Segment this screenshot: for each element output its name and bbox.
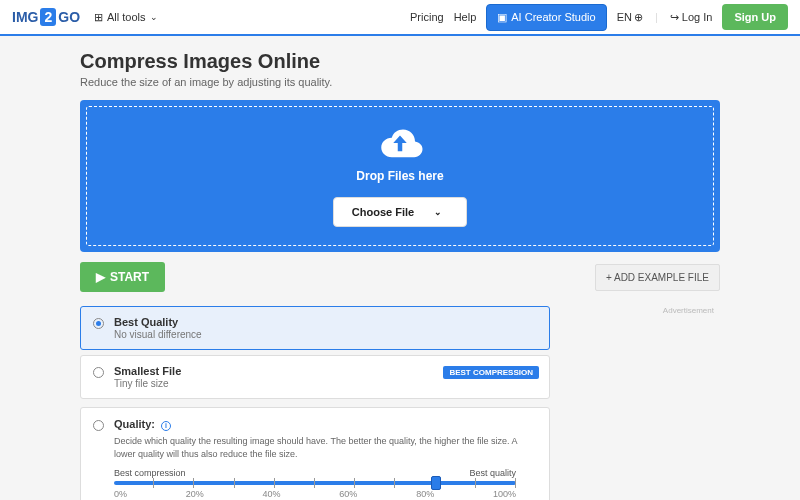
- action-row: ▶ START + ADD EXAMPLE FILE: [80, 262, 720, 292]
- quality-title: Quality: i: [114, 418, 171, 431]
- chevron-down-icon: ⌄: [434, 207, 442, 217]
- slider-labels: Best compression Best quality: [114, 468, 516, 478]
- best-compression-badge: BEST COMPRESSION: [443, 366, 539, 379]
- quality-title-text: Quality:: [114, 418, 155, 430]
- logo-text-right: GO: [58, 9, 80, 25]
- cloud-upload-icon: [376, 125, 424, 161]
- header-right: Pricing Help ▣ AI Creator Studio EN ⊕ | …: [410, 4, 788, 31]
- options-wrap: Best Quality No visual difference Smalle…: [80, 306, 720, 500]
- tick-60: 60%: [339, 489, 357, 499]
- advertisement-label: Advertisement: [564, 306, 714, 500]
- globe-icon: ⊕: [634, 11, 643, 24]
- tick-20: 20%: [186, 489, 204, 499]
- logo-badge: 2: [40, 8, 56, 26]
- option-desc: Tiny file size: [114, 378, 181, 389]
- play-icon: ▶: [96, 270, 105, 284]
- slider-ticks: 0% 20% 40% 60% 80% 100%: [114, 489, 516, 499]
- grid-icon: ⊞: [94, 11, 103, 24]
- option-quality-custom: Quality: i Decide which quality the resu…: [80, 407, 550, 500]
- quality-header[interactable]: Quality: i: [93, 418, 537, 431]
- chevron-down-icon: ⌄: [150, 12, 158, 22]
- slider-thumb[interactable]: [431, 476, 441, 490]
- all-tools-label: All tools: [107, 11, 146, 23]
- page-subtitle: Reduce the size of an image by adjusting…: [80, 76, 720, 88]
- dropzone-inner: Drop Files here Choose File ⌄: [86, 106, 714, 246]
- ai-creator-button[interactable]: ▣ AI Creator Studio: [486, 4, 606, 31]
- radio-smallest-file[interactable]: [93, 367, 104, 378]
- logo[interactable]: IMG 2 GO: [12, 8, 80, 26]
- language-selector[interactable]: EN ⊕: [617, 11, 643, 24]
- options-column: Best Quality No visual difference Smalle…: [80, 306, 550, 500]
- option-best-quality[interactable]: Best Quality No visual difference: [80, 306, 550, 350]
- add-example-button[interactable]: + ADD EXAMPLE FILE: [595, 264, 720, 291]
- logo-text-left: IMG: [12, 9, 38, 25]
- slider-label-left: Best compression: [114, 468, 186, 478]
- divider: |: [655, 11, 658, 23]
- option-title: Smallest File: [114, 365, 181, 377]
- tick-40: 40%: [263, 489, 281, 499]
- tick-80: 80%: [416, 489, 434, 499]
- tick-100: 100%: [493, 489, 516, 499]
- pricing-link[interactable]: Pricing: [410, 11, 444, 23]
- radio-quality[interactable]: [93, 420, 104, 431]
- page-title: Compress Images Online: [80, 50, 720, 73]
- choose-file-button[interactable]: Choose File ⌄: [333, 197, 467, 227]
- choose-file-label: Choose File: [352, 206, 414, 218]
- option-desc: No visual difference: [114, 329, 202, 340]
- help-link[interactable]: Help: [454, 11, 477, 23]
- tick-0: 0%: [114, 489, 127, 499]
- dropzone[interactable]: Drop Files here Choose File ⌄: [80, 100, 720, 252]
- quality-slider[interactable]: [114, 481, 516, 485]
- main-container: Compress Images Online Reduce the size o…: [0, 36, 800, 500]
- signup-button[interactable]: Sign Up: [722, 4, 788, 30]
- info-icon[interactable]: i: [161, 421, 171, 431]
- option-title: Best Quality: [114, 316, 202, 328]
- option-smallest-file[interactable]: Smallest File Tiny file size BEST COMPRE…: [80, 355, 550, 399]
- top-header: IMG 2 GO ⊞ All tools ⌄ Pricing Help ▣ AI…: [0, 0, 800, 36]
- all-tools-menu[interactable]: ⊞ All tools ⌄: [94, 11, 158, 24]
- ai-creator-label: AI Creator Studio: [511, 11, 595, 23]
- login-link[interactable]: ↪ Log In: [670, 11, 713, 24]
- drop-text: Drop Files here: [356, 169, 443, 183]
- slider-label-right: Best quality: [469, 468, 516, 478]
- login-label: Log In: [682, 11, 713, 23]
- start-label: START: [110, 270, 149, 284]
- sparkle-icon: ▣: [497, 11, 507, 24]
- start-button[interactable]: ▶ START: [80, 262, 165, 292]
- radio-best-quality[interactable]: [93, 318, 104, 329]
- language-label: EN: [617, 11, 632, 23]
- quality-desc: Decide which quality the resulting image…: [114, 435, 537, 460]
